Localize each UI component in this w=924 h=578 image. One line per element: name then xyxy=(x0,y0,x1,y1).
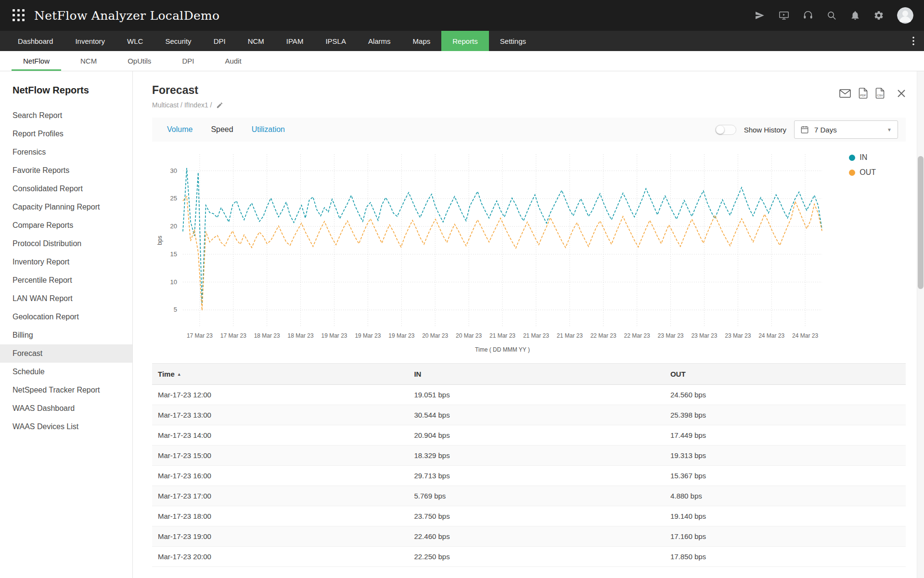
nav-item-settings[interactable]: Settings xyxy=(489,31,537,51)
sidebar-item-capacity-planning-report[interactable]: Capacity Planning Report xyxy=(0,198,132,216)
scrollbar-thumb[interactable] xyxy=(918,156,924,289)
subnav-item-netflow[interactable]: NetFlow xyxy=(8,51,65,71)
demo-screen-icon[interactable] xyxy=(778,10,790,21)
svg-text:20 Mar 23: 20 Mar 23 xyxy=(456,332,482,339)
svg-text:17 Mar 23: 17 Mar 23 xyxy=(220,332,246,339)
show-history-toggle[interactable] xyxy=(715,125,736,135)
cell-in: 23.750 bps xyxy=(408,506,664,526)
subnav-item-audit[interactable]: Audit xyxy=(209,51,257,71)
report-content: Forecast Multicast / IfIndex1 / PDF CSV xyxy=(133,71,924,578)
cell-time: Mar-17-23 19:00 xyxy=(152,526,408,547)
sidebar-item-compare-reports[interactable]: Compare Reports xyxy=(0,216,132,235)
nav-item-alarms[interactable]: Alarms xyxy=(357,31,402,51)
period-dropdown[interactable]: 7 Days ▼ xyxy=(794,120,898,139)
page-title: Forecast xyxy=(152,84,223,97)
email-report-icon[interactable] xyxy=(839,89,851,98)
settings-gear-icon[interactable] xyxy=(873,10,884,21)
sidebar-item-lan-wan-report[interactable]: LAN WAN Report xyxy=(0,289,132,308)
cell-in: 5.769 bps xyxy=(408,486,664,506)
svg-text:23 Mar 23: 23 Mar 23 xyxy=(691,332,717,339)
period-value: 7 Days xyxy=(814,126,837,134)
in-legend-label: IN xyxy=(860,153,867,162)
svg-text:22 Mar 23: 22 Mar 23 xyxy=(624,332,650,339)
sidebar-item-billing[interactable]: Billing xyxy=(0,326,132,344)
edit-pencil-icon[interactable] xyxy=(216,102,223,109)
svg-text:20: 20 xyxy=(170,223,177,230)
sidebar-item-waas-devices-list[interactable]: WAAS Devices List xyxy=(0,418,132,436)
sidebar-item-geolocation-report[interactable]: Geolocation Report xyxy=(0,308,132,326)
nav-item-dashboard[interactable]: Dashboard xyxy=(7,31,64,51)
cell-time: Mar-17-23 18:00 xyxy=(152,506,408,526)
cell-in: 19.051 bps xyxy=(408,385,664,405)
launch-icon[interactable] xyxy=(755,10,765,21)
search-icon[interactable] xyxy=(826,10,837,21)
in-legend-dot xyxy=(849,155,855,161)
notifications-bell-icon[interactable] xyxy=(850,10,860,21)
tab-utilization[interactable]: Utilization xyxy=(243,125,294,134)
cell-in: 29.713 bps xyxy=(408,466,664,486)
forecast-table: Time▲INOUT Mar-17-23 12:0019.051 bps24.5… xyxy=(152,363,906,567)
nav-item-wlc[interactable]: WLC xyxy=(116,31,154,51)
svg-text:19 Mar 23: 19 Mar 23 xyxy=(388,332,414,339)
app-title: NetFlow Analyzer LocalDemo xyxy=(34,9,219,23)
sidebar-item-percentile-report[interactable]: Percentile Report xyxy=(0,271,132,289)
sidebar-item-schedule[interactable]: Schedule xyxy=(0,363,132,381)
cell-out: 15.367 bps xyxy=(665,466,906,486)
nav-item-ipsla[interactable]: IPSLA xyxy=(314,31,357,51)
cell-in: 18.329 bps xyxy=(408,446,664,466)
sidebar-item-netspeed-tracker-report[interactable]: NetSpeed Tracker Report xyxy=(0,381,132,399)
tab-volume[interactable]: Volume xyxy=(158,125,202,134)
cell-in: 30.544 bps xyxy=(408,405,664,425)
support-headset-icon[interactable] xyxy=(803,10,813,21)
sidebar-item-inventory-report[interactable]: Inventory Report xyxy=(0,253,132,271)
export-csv-icon[interactable]: CSV xyxy=(875,88,885,99)
sidebar-item-waas-dashboard[interactable]: WAAS Dashboard xyxy=(0,399,132,418)
column-header-in[interactable]: IN xyxy=(408,364,664,385)
cell-out: 19.140 bps xyxy=(665,506,906,526)
nav-item-ncm[interactable]: NCM xyxy=(237,31,275,51)
svg-text:19 Mar 23: 19 Mar 23 xyxy=(355,332,381,339)
tab-speed[interactable]: Speed xyxy=(202,125,242,134)
sidebar-item-favorite-reports[interactable]: Favorite Reports xyxy=(0,161,132,180)
svg-text:21 Mar 23: 21 Mar 23 xyxy=(557,332,583,339)
nav-item-reports[interactable]: Reports xyxy=(441,31,489,51)
table-row: Mar-17-23 16:0029.713 bps15.367 bps xyxy=(152,466,906,486)
nav-item-ipam[interactable]: IPAM xyxy=(275,31,315,51)
column-header-out[interactable]: OUT xyxy=(665,364,906,385)
sidebar-item-report-profiles[interactable]: Report Profiles xyxy=(0,125,132,143)
subnav-item-oputils[interactable]: OpUtils xyxy=(112,51,167,71)
cell-in: 22.460 bps xyxy=(408,526,664,547)
column-header-time[interactable]: Time▲ xyxy=(152,364,408,385)
export-pdf-icon[interactable]: PDF xyxy=(859,88,868,99)
svg-text:21 Mar 23: 21 Mar 23 xyxy=(489,332,515,339)
sidebar-item-forensics[interactable]: Forensics xyxy=(0,143,132,161)
main-layout: NetFlow Reports Search ReportReport Prof… xyxy=(0,71,924,578)
table-body: Mar-17-23 12:0019.051 bps24.560 bpsMar-1… xyxy=(152,385,906,567)
apps-grid-icon[interactable] xyxy=(13,9,26,22)
svg-text:15: 15 xyxy=(170,250,177,258)
nav-item-security[interactable]: Security xyxy=(154,31,202,51)
cell-time: Mar-17-23 16:00 xyxy=(152,466,408,486)
cell-time: Mar-17-23 20:00 xyxy=(152,547,408,567)
nav-overflow-menu-icon[interactable] xyxy=(903,31,924,51)
nav-item-maps[interactable]: Maps xyxy=(402,31,442,51)
sidebar-item-consolidated-report[interactable]: Consolidated Report xyxy=(0,180,132,198)
legend-item-in[interactable]: IN xyxy=(849,153,876,162)
table-row: Mar-17-23 12:0019.051 bps24.560 bps xyxy=(152,385,906,405)
table-row: Mar-17-23 15:0018.329 bps19.313 bps xyxy=(152,446,906,466)
vertical-scrollbar[interactable] xyxy=(917,71,924,578)
user-avatar[interactable] xyxy=(897,7,913,24)
sidebar-item-protocol-distribution[interactable]: Protocol Distribution xyxy=(0,235,132,253)
svg-text:PDF: PDF xyxy=(860,93,866,97)
nav-item-dpi[interactable]: DPI xyxy=(203,31,237,51)
main-nav-items: DashboardInventoryWLCSecurityDPINCMIPAMI… xyxy=(7,31,537,51)
sidebar-item-forecast[interactable]: Forecast xyxy=(0,344,132,363)
subnav-item-dpi[interactable]: DPI xyxy=(167,51,209,71)
strip-right: Show History 7 Days ▼ xyxy=(715,120,900,139)
sidebar-item-search-report[interactable]: Search Report xyxy=(0,106,132,125)
close-report-icon[interactable] xyxy=(897,89,906,98)
subnav-item-ncm[interactable]: NCM xyxy=(65,51,112,71)
svg-text:19 Mar 23: 19 Mar 23 xyxy=(321,332,347,339)
nav-item-inventory[interactable]: Inventory xyxy=(64,31,116,51)
legend-item-out[interactable]: OUT xyxy=(849,168,876,177)
